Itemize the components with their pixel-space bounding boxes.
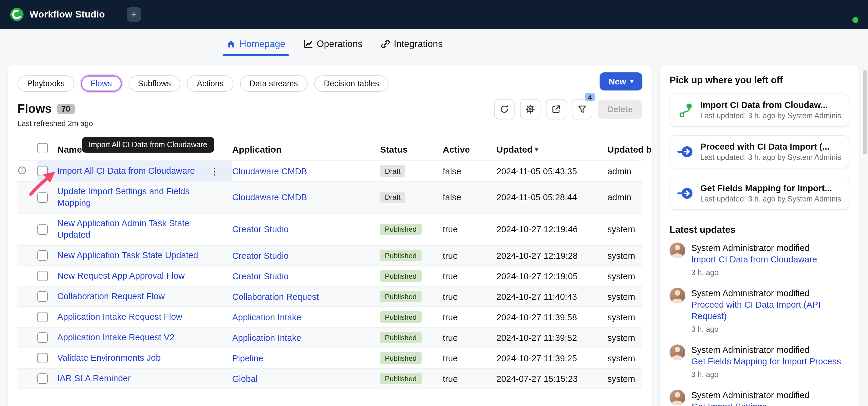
filter-pill-playbooks[interactable]: Playbooks [18,75,74,91]
chevron-down-icon: ▾ [630,79,633,85]
table-row[interactable]: New Request App Approval Flow ⋮ Creator … [18,266,642,286]
column-updated-label: Updated [496,144,533,154]
table-row[interactable]: Update Import Settings and Fields Mappin… [18,182,642,214]
update-target-link[interactable]: Get Import Settings [691,401,809,406]
filter-pill-decision-tables[interactable]: Decision tables [314,75,389,91]
pickup-title: Pick up where you left off [670,75,849,86]
avatar [670,344,685,360]
row-checkbox[interactable] [37,353,48,363]
update-time: 3 h. ago [691,267,817,279]
filter-button[interactable]: 4 [572,99,592,120]
table-row[interactable]: Collaboration Request Flow ⋮ Collaborati… [18,286,642,307]
flow-name-link[interactable]: Application Intake Request Flow [57,311,182,323]
application-link[interactable]: Pipeline [232,353,263,363]
row-checkbox[interactable] [37,373,48,384]
avatar [670,390,685,405]
table-row[interactable]: Application Intake Request Flow ⋮ Applic… [18,307,642,327]
flow-name-link[interactable]: Application Intake Request V2 [57,332,175,343]
status-badge: Published [380,270,421,282]
export-button[interactable] [546,99,566,120]
row-checkbox[interactable] [37,250,48,260]
filter-pill-flows[interactable]: Flows [81,75,122,91]
info-icon[interactable] [18,165,27,177]
pickup-card-title: Get Fields Mapping for Import... [700,183,841,193]
application-link[interactable]: Creator Studio [232,271,289,281]
filter-pill-subflows[interactable]: Subflows [128,75,181,91]
filter-pill-data-streams[interactable]: Data streams [240,75,308,91]
active-cell: false [443,161,496,181]
page-title: Flows [18,102,52,116]
flow-name-link[interactable]: Update Import Settings and Fields Mappin… [57,186,208,209]
filter-pill-actions[interactable]: Actions [187,75,234,91]
table-row[interactable]: Validate Environments Job ⋮ Pipeline Pub… [18,348,642,369]
user-avatar[interactable] [841,6,858,23]
refresh-button[interactable] [494,99,515,120]
application-link[interactable]: Cloudaware CMDB [232,166,307,176]
flow-name-link[interactable]: IAR SLA Reminder [57,373,131,384]
status-badge: Published [380,250,421,261]
pickup-card[interactable]: Get Fields Mapping for Import... Last up… [670,177,849,210]
table-row[interactable]: Import All CI Data from Cloudaware ⋮ Clo… [18,161,642,182]
updated-by-cell: system [608,348,642,368]
right-sidebar: Pick up where you left off Import CI Dat… [660,65,859,406]
updated-by-cell: system [608,369,642,388]
pickup-cards: Import CI Data from Cloudaw... Last upda… [670,94,849,210]
row-checkbox[interactable] [37,271,48,281]
update-time: 3 h. ago [691,324,849,336]
update-item: System Administrator modified Import CI … [670,243,849,279]
application-link[interactable]: Collaboration Request [232,292,319,301]
app-title: Workflow Studio [30,9,105,20]
row-checkbox[interactable] [37,224,48,235]
online-status-dot [851,16,860,24]
select-all-checkbox[interactable] [37,143,48,153]
application-link[interactable]: Creator Studio [232,224,289,234]
application-link[interactable]: Global [232,374,257,383]
tab-operations[interactable]: Operations [303,39,363,51]
pickup-card[interactable]: Proceed with CI Data Import (... Last up… [670,135,849,168]
tab-integrations[interactable]: Integrations [381,39,443,51]
pickup-card-subtitle: Last updated: 3 h. ago by System Adminis… [700,195,841,203]
row-checkbox[interactable] [37,291,48,302]
row-checkbox[interactable] [37,312,48,322]
application-link[interactable]: Cloudaware CMDB [232,192,307,202]
column-application[interactable]: Application [232,144,380,154]
flow-name-link[interactable]: Validate Environments Job [57,352,161,364]
column-updated[interactable]: Updated▾ [496,144,608,154]
update-target-link[interactable]: Get Fields Mapping for Import Process [691,356,841,367]
kebab-menu-icon[interactable]: ⋮ [210,165,219,177]
flow-name-link[interactable]: Collaboration Request Flow [57,291,165,302]
column-updated-by[interactable]: Updated b [608,144,652,154]
new-button[interactable]: New ▾ [599,72,642,91]
flow-name-link[interactable]: New Request App Approval Flow [57,270,185,282]
pickup-card[interactable]: Import CI Data from Cloudaw... Last upda… [670,94,849,127]
flow-name-link[interactable]: Import All CI Data from Cloudaware [57,165,195,177]
tab-homepage[interactable]: Homepage [226,39,285,51]
table-row[interactable]: New Application Admin Task State Updated… [18,214,642,246]
status-badge: Published [380,352,421,364]
add-tab-button[interactable]: + [127,7,141,22]
flow-name-link[interactable]: New Application Admin Task State Updated [57,218,208,241]
table-row[interactable]: New Application Task State Updated ⋮ Cre… [18,246,642,266]
row-checkbox[interactable] [37,166,48,176]
application-link[interactable]: Creator Studio [232,251,289,260]
tab-label: Operations [317,39,363,50]
delete-button[interactable]: Delete [598,99,642,119]
table-row[interactable]: Application Intake Request V2 ⋮ Applicat… [18,327,642,348]
active-cell: true [443,246,496,266]
row-checkbox[interactable] [37,333,48,343]
flow-name-link[interactable]: New Application Task State Updated [57,250,198,261]
table-row[interactable]: IAR SLA Reminder ⋮ Global Published true… [18,369,642,389]
column-active[interactable]: Active [443,144,496,154]
pickup-card-title: Import CI Data from Cloudaw... [700,100,841,110]
updated-cell: 2024-10-27 11:39:25 [496,348,608,368]
updated-by-cell: system [608,214,642,245]
settings-button[interactable] [520,99,540,120]
column-status[interactable]: Status [380,144,443,154]
application-link[interactable]: Application Intake [232,312,301,322]
application-link[interactable]: Application Intake [232,333,301,342]
scrollbar[interactable] [863,70,867,154]
active-cell: true [443,286,496,307]
update-target-link[interactable]: Proceed with CI Data Import (API Request… [691,299,849,322]
row-checkbox[interactable] [37,192,48,202]
update-target-link[interactable]: Import CI Data from Cloudaware [691,254,817,266]
